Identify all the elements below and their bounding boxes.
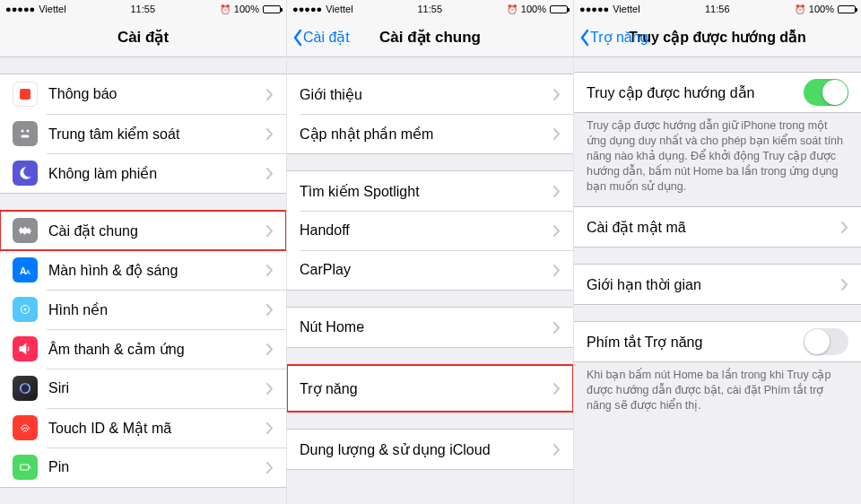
row-sounds[interactable]: Âm thanh & cảm ứng	[0, 329, 286, 369]
row-label: Tìm kiếm Spotlight	[300, 183, 553, 200]
nav-bar: Cài đặt Cài đặt chung	[287, 18, 573, 57]
group-footer: Khi bạn bấm nút Home ba lần trong khi Tr…	[574, 362, 861, 413]
toggle-switch[interactable]	[804, 79, 848, 106]
row-spotlight[interactable]: Tìm kiếm Spotlight	[287, 171, 573, 211]
row-label: Truy cập được hướng dẫn	[587, 84, 804, 101]
row-label: Trung tâm kiểm soát	[48, 126, 266, 143]
settings-group: Dung lượng & sử dụng iCloud	[287, 429, 573, 470]
row-label: Cài đặt chung	[48, 222, 266, 239]
row-siri[interactable]: Siri	[0, 369, 286, 408]
settings-group: Thông báo Trung tâm kiểm soát Không làm …	[0, 74, 286, 194]
display-icon: AA	[13, 257, 38, 282]
row-label: Nút Home	[300, 319, 553, 335]
carrier-label: Viettel	[39, 4, 65, 14]
row-label: Cập nhật phần mềm	[300, 126, 553, 143]
content-scroll[interactable]: Truy cập được hướng dẫn Truy cập được hư…	[574, 57, 861, 504]
row-home-button[interactable]: Nút Home	[287, 308, 573, 347]
row-label: Dung lượng & sử dụng iCloud	[300, 441, 553, 458]
row-carplay[interactable]: CarPlay	[287, 250, 573, 290]
svg-point-2	[27, 130, 30, 133]
row-general[interactable]: Cài đặt chung	[0, 211, 286, 250]
row-control-center[interactable]: Trung tâm kiểm soát	[0, 114, 286, 153]
svg-point-1	[22, 130, 24, 133]
row-display[interactable]: AA Màn hình & độ sáng	[0, 250, 286, 290]
group-footer: Truy cập được hướng dẫn giữ iPhone trong…	[574, 113, 861, 194]
gear-icon	[13, 218, 38, 243]
row-label: Thông báo	[48, 86, 266, 102]
signal-dots-icon: ●●●●●	[292, 4, 322, 14]
chevron-right-icon	[553, 383, 561, 395]
row-dnd[interactable]: Không làm phiền	[0, 153, 286, 193]
chevron-right-icon	[553, 225, 561, 237]
row-label: CarPlay	[300, 262, 553, 278]
row-touchid[interactable]: Touch ID & Mật mã	[0, 408, 286, 448]
status-time: 11:55	[417, 4, 442, 14]
guided-access-pane: ●●●●● Viettel 11:56 ⏰ 100% Trợ năng Truy…	[574, 0, 861, 504]
svg-rect-3	[22, 135, 30, 138]
svg-rect-10	[21, 465, 29, 470]
chevron-right-icon	[841, 279, 848, 291]
chevron-right-icon	[553, 128, 561, 140]
settings-root-pane: ●●●●● Viettel 11:55 ⏰ 100% Cài đặt Thông…	[0, 0, 287, 504]
status-time: 11:55	[130, 4, 155, 14]
status-bar: ●●●●● Viettel 11:55 ⏰ 100%	[287, 0, 573, 18]
row-time-limits[interactable]: Giới hạn thời gian	[574, 265, 861, 304]
chevron-right-icon	[553, 444, 561, 456]
row-label: Không làm phiền	[48, 165, 266, 182]
battery-icon	[13, 455, 38, 480]
row-storage-icloud[interactable]: Dung lượng & sử dụng iCloud	[287, 430, 573, 469]
battery-percent: 100%	[809, 4, 834, 14]
settings-group: Tìm kiếm Spotlight Handoff CarPlay	[287, 170, 573, 291]
battery-percent: 100%	[521, 4, 546, 14]
carrier-label: Viettel	[326, 4, 352, 14]
wallpaper-icon	[13, 297, 38, 322]
row-guided-access-toggle[interactable]: Truy cập được hướng dẫn	[574, 73, 861, 112]
chevron-right-icon	[266, 304, 274, 316]
alarm-icon: ⏰	[507, 4, 517, 14]
control-center-icon	[13, 121, 38, 146]
row-battery[interactable]: Pin	[0, 448, 286, 487]
settings-group: Cài đặt mật mã	[574, 206, 861, 248]
row-about[interactable]: Giới thiệu	[287, 74, 573, 114]
row-accessibility[interactable]: Trợ năng	[287, 365, 573, 412]
row-software-update[interactable]: Cập nhật phần mềm	[287, 114, 573, 153]
chevron-right-icon	[266, 383, 274, 395]
settings-group: Phím tắt Trợ năng	[574, 321, 861, 362]
row-passcode-settings[interactable]: Cài đặt mật mã	[574, 207, 861, 247]
chevron-right-icon	[841, 222, 848, 233]
settings-group: Nút Home	[287, 307, 573, 348]
chevron-right-icon	[553, 322, 561, 334]
back-button[interactable]: Trợ năng	[579, 18, 648, 56]
nav-bar: Trợ năng Truy cập được hướng dẫn	[574, 18, 861, 57]
battery-icon	[550, 5, 568, 13]
content-scroll[interactable]: Thông báo Trung tâm kiểm soát Không làm …	[0, 57, 286, 504]
row-wallpaper[interactable]: Hình nền	[0, 290, 286, 329]
row-label: Siri	[48, 380, 266, 396]
page-title: Cài đặt chung	[379, 28, 481, 47]
settings-group: Giới thiệu Cập nhật phần mềm	[287, 74, 573, 154]
carrier-label: Viettel	[613, 4, 639, 14]
toggle-switch[interactable]	[804, 328, 848, 355]
notifications-icon	[13, 82, 38, 107]
content-scroll[interactable]: Giới thiệu Cập nhật phần mềm Tìm kiếm Sp…	[287, 57, 573, 504]
chevron-right-icon	[266, 168, 274, 179]
row-handoff[interactable]: Handoff	[287, 211, 573, 250]
row-label: Màn hình & độ sáng	[48, 262, 266, 279]
chevron-right-icon	[266, 462, 274, 474]
back-button[interactable]: Cài đặt	[292, 18, 350, 56]
chevron-right-icon	[266, 265, 274, 276]
page-title: Cài đặt	[117, 28, 169, 47]
back-label: Cài đặt	[303, 29, 350, 46]
row-accessibility-shortcut-toggle[interactable]: Phím tắt Trợ năng	[574, 322, 861, 361]
chevron-right-icon	[553, 89, 561, 100]
speaker-icon	[13, 336, 38, 361]
alarm-icon: ⏰	[220, 4, 230, 14]
svg-rect-0	[20, 89, 30, 100]
row-label: Touch ID & Mật mã	[48, 420, 266, 437]
signal-dots-icon: ●●●●●	[5, 4, 35, 14]
row-notifications[interactable]: Thông báo	[0, 74, 286, 114]
chevron-right-icon	[266, 422, 274, 434]
general-pane: ●●●●● Viettel 11:55 ⏰ 100% Cài đặt Cài đ…	[287, 0, 574, 504]
chevron-left-icon	[579, 29, 590, 47]
svg-text:A: A	[26, 268, 30, 276]
